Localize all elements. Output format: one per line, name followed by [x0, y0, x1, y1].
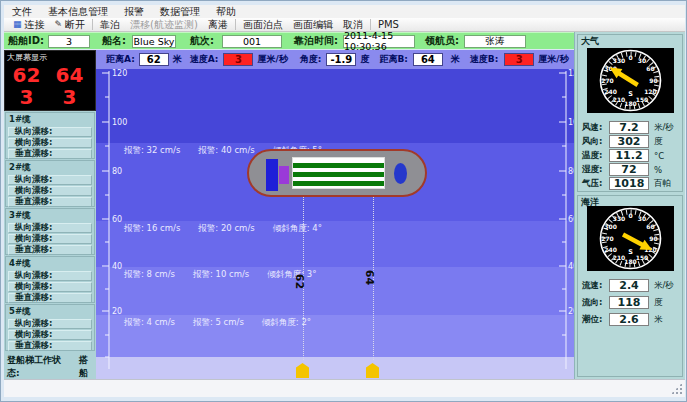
- cable-3-title: 3#缆: [6, 209, 94, 222]
- menu-file[interactable]: 文件: [4, 5, 40, 18]
- cable-3-longitudinal-drift: 纵向漂移:: [8, 223, 92, 233]
- svg-text:180: 180: [624, 100, 637, 107]
- alarm-threshold-line-2: 报警: 16 cm/s报警: 20 cm/s倾斜角度: 4°: [124, 223, 322, 235]
- cable-4-vertical-drift: 垂直漂移:: [8, 293, 92, 303]
- sensor-a-distance-label: 62: [293, 274, 306, 289]
- humidity-value: 72: [609, 163, 649, 176]
- distance-b-label: 距离B:: [379, 53, 407, 66]
- weather-groupbox: 大气 0 30 60 90 120 150 180 210 240 270 30…: [577, 34, 683, 192]
- big-screen-display-panel: 大屏幕显示 62 64 3 3: [4, 50, 96, 111]
- menu-data[interactable]: 数据管理: [152, 5, 208, 18]
- dock-band: [96, 357, 574, 379]
- connect-icon: ▦: [13, 20, 22, 29]
- display-distance-b: 64: [48, 65, 91, 86]
- app-window: 文件 基本信息管理 报警 数据管理 帮助 ▦ 连接 ✎ 断开 靠泊 漂移(航迹监…: [0, 0, 687, 402]
- cable-4-longitudinal-drift: 纵向漂移:: [8, 271, 92, 281]
- display-distance-a: 62: [5, 65, 48, 86]
- pressure-value: 1018: [609, 177, 649, 190]
- toolbar-separator: [235, 19, 236, 30]
- svg-text:90: 90: [649, 235, 657, 242]
- current-direction-gauge: 0 30 60 90 120 150 180 210 240 270 300 3…: [587, 206, 674, 271]
- drift-monitor-button[interactable]: 漂移(航迹监测): [125, 19, 203, 31]
- svg-text:270: 270: [601, 77, 614, 84]
- cable-4-section: 4#缆 纵向漂移: 横向漂移: 垂直漂移:: [5, 256, 95, 303]
- svg-text:0: 0: [628, 54, 632, 61]
- menu-help[interactable]: 帮助: [208, 5, 244, 18]
- cable-5-title: 5#缆: [6, 305, 94, 318]
- svg-text:180: 180: [624, 258, 637, 265]
- speed-a-value: 3: [223, 53, 253, 66]
- wind-direction-value: 302: [609, 135, 649, 148]
- ship-superstructure: [266, 159, 278, 191]
- temperature-value: 11.2: [609, 149, 649, 162]
- wind-direction-row: 风向: 302 度: [582, 135, 680, 148]
- menu-basic-info[interactable]: 基本信息管理: [40, 5, 116, 18]
- cable-1-vertical-drift: 垂直漂移:: [8, 149, 92, 159]
- alarm-threshold-line-4: 报警: 4 cm/s报警: 5 cm/s倾斜角度: 2°: [124, 317, 311, 329]
- svg-text:150: 150: [636, 96, 649, 103]
- svg-text:300: 300: [604, 223, 617, 230]
- cable-1-longitudinal-drift: 纵向漂移:: [8, 127, 92, 137]
- cancel-button[interactable]: 取消: [338, 19, 368, 31]
- pilot-label: 领航员:: [425, 34, 459, 48]
- cable-2-longitudinal-drift: 纵向漂移:: [8, 175, 92, 185]
- cable-1-title: 1#缆: [6, 113, 94, 126]
- svg-text:210: 210: [613, 254, 626, 261]
- disconnect-label: 断开: [65, 18, 85, 32]
- current-speed-value: 2.4: [609, 279, 649, 292]
- wind-speed-row: 风速: 7.2 米/秒: [582, 121, 680, 134]
- voyage-field[interactable]: 001: [222, 35, 282, 48]
- svg-text:330: 330: [613, 215, 626, 222]
- svg-text:30: 30: [638, 215, 646, 222]
- svg-text:60: 60: [646, 65, 654, 72]
- cable-2-lateral-drift: 横向漂移:: [8, 186, 92, 196]
- svg-text:210: 210: [613, 96, 626, 103]
- ship-id-field[interactable]: 3: [48, 35, 90, 48]
- ship-name-label: 船名:: [102, 34, 126, 48]
- gangway-status-label: 登船梯工作状态:: [7, 354, 70, 380]
- svg-text:90: 90: [649, 77, 657, 84]
- display-speed-b: 3: [48, 87, 91, 108]
- pilot-field[interactable]: 张涛: [464, 35, 526, 48]
- berth-time-field[interactable]: 2011-4-15 10:30:36: [343, 35, 415, 48]
- cable-5-vertical-drift: 垂直漂移:: [8, 341, 92, 351]
- cable-1-section: 1#缆 纵向漂移: 横向漂移: 垂直漂移:: [5, 112, 95, 159]
- distance-b-value: 64: [413, 53, 443, 66]
- ship-bow: [394, 163, 407, 184]
- ship-cargo-hold: [292, 157, 385, 189]
- environment-panel: 大气 0 30 60 90 120 150 180 210 240 270 30…: [574, 32, 685, 379]
- svg-text:100: 100: [112, 118, 127, 127]
- tide-level-row: 潮位: 2.6 米: [582, 313, 680, 326]
- depart-button[interactable]: 离港: [203, 19, 233, 31]
- wind-speed-value: 7.2: [609, 121, 649, 134]
- ship-name-field[interactable]: Blue Sky: [132, 35, 176, 48]
- distance-a-value: 62: [139, 53, 169, 66]
- gangway-status-value: 搭船: [79, 354, 96, 380]
- angle-unit: 度: [360, 53, 369, 66]
- pms-button[interactable]: PMS: [373, 19, 404, 31]
- cable-4-title: 4#缆: [6, 257, 94, 270]
- speed-b-label: 速度B:: [470, 53, 498, 66]
- menu-alarm[interactable]: 报警: [116, 5, 152, 18]
- resize-grip-icon[interactable]: [671, 383, 682, 394]
- weather-panel-title: 大气: [581, 35, 599, 48]
- cable-3-lateral-drift: 横向漂移:: [8, 234, 92, 244]
- voyage-label: 航次:: [190, 34, 214, 48]
- speed-a-unit: 厘米/秒: [257, 53, 287, 66]
- ship-info-bar: 船舶ID: 3 船名: Blue Sky 航次: 001 靠泊时间: 2011-…: [4, 32, 574, 49]
- gangway-status-row: 登船梯工作状态: 搭船: [7, 354, 96, 380]
- screen-edit-button[interactable]: 画面编辑: [288, 19, 338, 31]
- screen-berth-point-button[interactable]: 画面泊点: [238, 19, 288, 31]
- sensor-b-distance-label: 64: [363, 270, 376, 285]
- disconnect-button[interactable]: ✎ 断开: [50, 19, 91, 31]
- svg-text:S: S: [628, 90, 633, 98]
- current-speed-row: 流速: 2.4 米/秒: [582, 279, 680, 292]
- cable-5-longitudinal-drift: 纵向漂移:: [8, 319, 92, 329]
- status-bar: [4, 379, 685, 397]
- berth-button[interactable]: 靠泊: [95, 19, 125, 31]
- connect-label: 连接: [25, 18, 45, 32]
- distance-a-label: 距离A:: [106, 53, 135, 66]
- connect-button[interactable]: ▦ 连接: [8, 19, 50, 31]
- distance-a-unit: 米: [173, 53, 182, 66]
- display-panel-title: 大屏幕显示: [7, 52, 47, 63]
